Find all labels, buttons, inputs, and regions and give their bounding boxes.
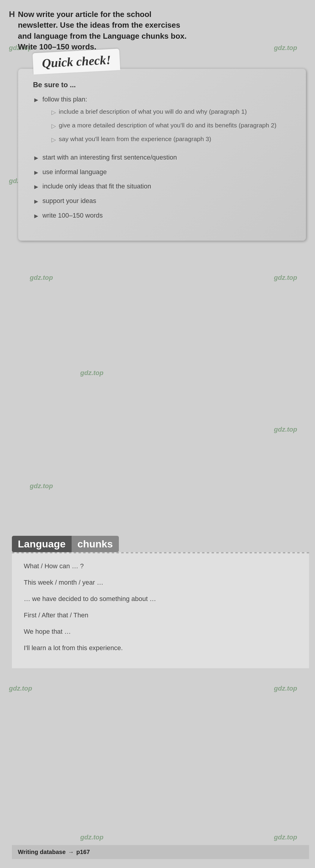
- list-item: ► write 100–150 words: [33, 211, 291, 221]
- lang-item: What / How can … ?: [24, 561, 297, 571]
- arrow-bullet-icon: ►: [33, 154, 39, 163]
- lang-content-box: What / How can … ? This week / month / y…: [12, 552, 309, 668]
- sub-arrow-icon: ▷: [51, 135, 56, 144]
- quick-check-tab: Quick check!: [32, 49, 120, 74]
- sub-list-item: ▷ say what you'll learn from the experie…: [51, 134, 291, 144]
- lang-item: First / After that / Then: [24, 610, 297, 620]
- list-item-text: support your ideas: [42, 196, 291, 206]
- sub-arrow-icon: ▷: [51, 122, 56, 130]
- list-item-text: use informal language: [42, 167, 291, 177]
- sub-list-item: ▷ include a brief description of what yo…: [51, 107, 291, 117]
- header-text: Now write your article for the school ne…: [18, 9, 190, 52]
- watermark-13: gdz.top: [274, 685, 297, 692]
- sub-checklist: ▷ include a brief description of what yo…: [51, 107, 291, 144]
- list-item-text: start with an interesting first sentence…: [42, 153, 291, 162]
- writing-db-label: Writing database: [18, 849, 66, 856]
- writing-db-page: p167: [76, 849, 90, 856]
- lang-item: I'll learn a lot from this experience.: [24, 643, 297, 653]
- watermark-15: gdz.top: [274, 834, 297, 841]
- chunks-badge: chunks: [72, 536, 119, 552]
- quick-check-title: Quick check!: [42, 53, 111, 70]
- sub-arrow-icon: ▷: [51, 108, 56, 117]
- arrow-bullet-icon: ►: [33, 96, 39, 105]
- watermark-7: gdz.top: [80, 369, 103, 377]
- language-badge: Language: [12, 536, 72, 552]
- watermark-5: gdz.top: [30, 274, 53, 282]
- list-item-text: write 100–150 words: [42, 211, 291, 220]
- list-item: ► start with an interesting first senten…: [33, 153, 291, 163]
- list-item-text: follow this plan:: [42, 96, 87, 103]
- quick-check-container: Quick check! Be sure to ... ► follow thi…: [18, 68, 306, 241]
- sub-list-item-text: include a brief description of what you …: [59, 107, 247, 116]
- header-letter: H: [9, 9, 15, 19]
- list-item-text: include only ideas that fit the situatio…: [42, 182, 291, 191]
- arrow-bullet-icon: ►: [33, 183, 39, 192]
- arrow-bullet-icon: ►: [33, 197, 39, 206]
- be-sure-label: Be sure to ...: [33, 81, 291, 89]
- language-chunks-section: Language chunks What / How can … ? This …: [12, 536, 309, 668]
- sub-list-item: ▷ give a more detailed description of wh…: [51, 121, 291, 130]
- writing-db-footer: Writing database → p167: [12, 845, 309, 859]
- page-container: gdz.top gdz.top gdz.top gdz.top gdz.top …: [0, 0, 315, 868]
- lang-item: … we have decided to do something about …: [24, 594, 297, 604]
- arrow-bullet-icon: ►: [33, 212, 39, 221]
- list-item: ► use informal language: [33, 167, 291, 178]
- arrow-right-icon: →: [68, 849, 74, 856]
- lang-item: This week / month / year …: [24, 578, 297, 587]
- sub-list-item-text: say what you'll learn from the experienc…: [59, 134, 211, 144]
- watermark-6: gdz.top: [274, 274, 297, 282]
- list-item: ► follow this plan: ▷ include a brief de…: [33, 95, 291, 148]
- arrow-bullet-icon: ►: [33, 168, 39, 178]
- list-item: ► include only ideas that fit the situat…: [33, 182, 291, 192]
- watermark-8: gdz.top: [274, 426, 297, 433]
- checklist: ► follow this plan: ▷ include a brief de…: [33, 95, 291, 221]
- sub-list-item-text: give a more detailed description of what…: [59, 121, 276, 130]
- quick-check-inner: Be sure to ... ► follow this plan: ▷ inc…: [18, 69, 306, 231]
- watermark-9: gdz.top: [30, 482, 53, 490]
- watermark-12: gdz.top: [9, 685, 32, 692]
- header-section: H Now write your article for the school …: [9, 9, 306, 52]
- watermark-14: gdz.top: [80, 834, 103, 841]
- list-item: ► support your ideas: [33, 196, 291, 206]
- lang-header: Language chunks: [12, 536, 309, 552]
- lang-item: We hope that …: [24, 627, 297, 637]
